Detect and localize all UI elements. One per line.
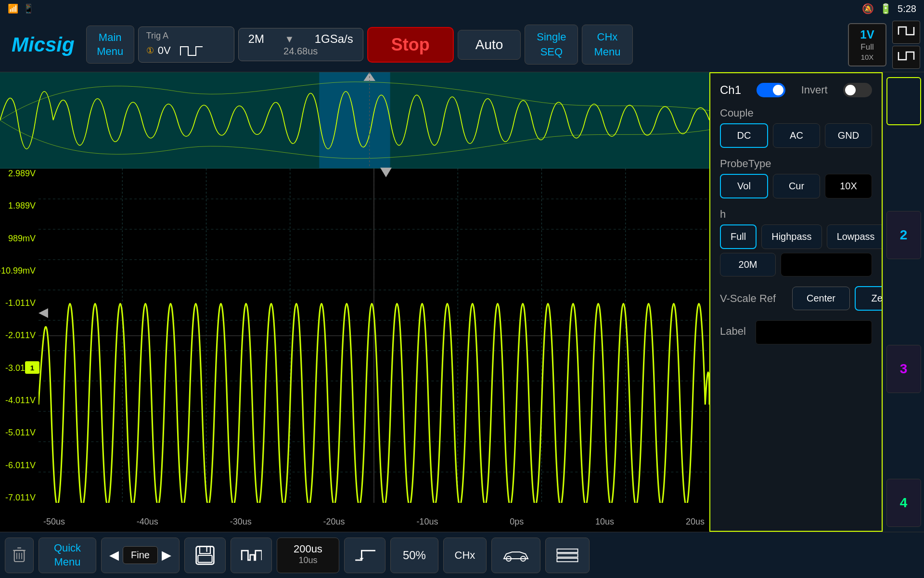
pulse-down-icon [898,49,915,63]
wifi-icon: 📶 [8,3,18,14]
x-label-5: 0ps [510,517,524,527]
save-button[interactable] [184,538,226,573]
vol-button[interactable]: Vol [720,174,768,198]
gnd-button[interactable]: GND [825,123,872,148]
time-offset: 24.68us [283,46,318,57]
time-select-button[interactable]: 200us 10us [277,538,339,573]
full-button[interactable]: Full [720,224,757,249]
bandwidth-section: h Full Highpass Lowpass 20M [720,208,872,276]
ch1-display-button[interactable]: 1V Full 10X [848,23,886,66]
trash-icon [12,547,27,564]
y-label-9: -6.011V [5,460,36,471]
ch3-side-button[interactable]: 3 [886,345,921,393]
couple-btn-group: DC AC GND [720,123,872,148]
bottom-toolbar: Quick Menu ◀ Fine ▶ 200us 10us 50% CHx [0,532,924,578]
toolbar: Micsig Main Menu Trig A ① 0V 2M ▼ 1GSa/s… [0,17,924,72]
y-axis-labels: 2.989V 1.989V 989mV -10.99mV -1.011V -2.… [0,169,38,503]
highpass-button[interactable]: Highpass [761,224,821,249]
fine-label-button[interactable]: Fine [123,546,158,564]
bandwidth-btn-group-2: 20M [720,253,872,276]
x-axis-labels: -50us -40us -30us -20us -10us 0ps 10us 2… [38,517,709,527]
fine-nav-group: ◀ Fine ▶ [101,538,180,573]
ch2-side-button[interactable]: 2 [886,211,921,259]
ch1-side-button[interactable] [886,77,921,125]
overview-waveform [0,72,709,168]
brand-logo: Micsig [4,33,82,56]
status-bar-left: 📶 📱 [8,3,34,14]
cur-button[interactable]: Cur [773,174,820,198]
next-arrow-button[interactable]: ▶ [162,548,171,563]
svg-rect-34 [198,555,212,563]
y-label-8: -5.011V [5,428,36,438]
dc-button[interactable]: DC [720,123,768,148]
chx-menu-button[interactable]: CHx Menu [582,25,632,65]
x-label-0: -50us [43,517,65,527]
x-label-3: -20us [323,517,345,527]
bell-mute-icon: 🔕 [862,3,874,14]
scope-overview [0,72,709,169]
duty-button[interactable]: 50% [390,538,438,573]
battery-icon: 🔋 [880,3,892,14]
ch1-toggle-row: Ch1 Invert [720,83,872,97]
10x-button[interactable]: 10X [825,174,872,198]
svg-rect-41 [557,558,578,562]
couple-title: Couple [720,107,872,119]
bandwidth-empty-button [781,253,872,276]
waveform-area[interactable] [38,169,709,503]
svg-marker-25 [380,168,392,177]
ac-button[interactable]: AC [773,123,820,148]
center-button[interactable]: Center [792,287,850,310]
ch1-toggle[interactable] [757,83,785,97]
x-label-6: 10us [595,517,614,527]
probe-type-section: ProbeType Vol Cur 10X [720,158,872,198]
x-label-1: -40us [137,517,158,527]
20m-button[interactable]: 20M [720,253,776,276]
trig-value: 0V [158,44,171,57]
lowpass-button[interactable]: Lowpass [827,224,883,249]
y-label-7: -4.011V [5,395,36,406]
label-input-box[interactable] [756,320,872,344]
sample-rate: 1GSa/s [315,32,353,46]
y-label-1: 1.989V [8,201,36,211]
bandwidth-btn-group: Full Highpass Lowpass [720,224,872,249]
trash-button[interactable] [5,538,34,573]
single-seq-button[interactable]: Single SEQ [525,25,578,65]
vscale-ref-label: V-Scale Ref [720,292,787,305]
x-label-2: -30us [230,517,252,527]
vscale-row: V-Scale Ref Center Zero [720,286,872,311]
ch3-label: 3 [900,361,908,377]
edge-button[interactable] [344,538,385,573]
y-label-5: -2.011V [5,330,36,341]
pulse-down-button[interactable] [892,46,920,69]
status-bar-right: 🔕 🔋 5:28 [862,3,916,14]
y-label-4: -1.011V [5,298,36,308]
svg-rect-33 [200,546,210,553]
time-sub-value: 10us [287,555,329,565]
chx-bottom-button[interactable]: CHx [443,538,487,573]
zero-button[interactable]: Zero [855,286,883,311]
ch4-label: 4 [900,495,908,511]
pulse-shape-button[interactable] [231,538,272,573]
invert-toggle[interactable] [843,83,872,97]
x-label-4: -10us [416,517,438,527]
status-bar: 📶 📱 🔕 🔋 5:28 [0,0,924,17]
far-right-panel: 2 3 4 [883,72,924,532]
time-box: 2M ▼ 1GSa/s 24.68us [238,28,363,61]
svg-rect-39 [557,549,578,552]
auto-button[interactable]: Auto [458,30,521,60]
ch4-side-button[interactable]: 4 [886,479,921,527]
triple-bar-icon [555,547,579,564]
trig-shape-icon [179,43,203,58]
scope-screen[interactable]: 2.989V 1.989V 989mV -10.99mV -1.011V -2.… [0,72,709,532]
quick-menu-button[interactable]: Quick Menu [38,538,96,573]
prev-arrow-button[interactable]: ◀ [109,548,119,563]
triple-bar-button[interactable] [545,538,590,573]
time-top-value: 200us [287,543,329,555]
ch1-voltage: 1V [860,28,874,41]
stop-button[interactable]: Stop [367,27,454,63]
car-icon-button[interactable] [491,538,540,573]
main-menu-button[interactable]: Main Menu [86,26,134,64]
clock-display: 5:28 [898,3,916,14]
pulse-up-button[interactable] [892,21,920,44]
pulse-up-icon [898,24,915,38]
